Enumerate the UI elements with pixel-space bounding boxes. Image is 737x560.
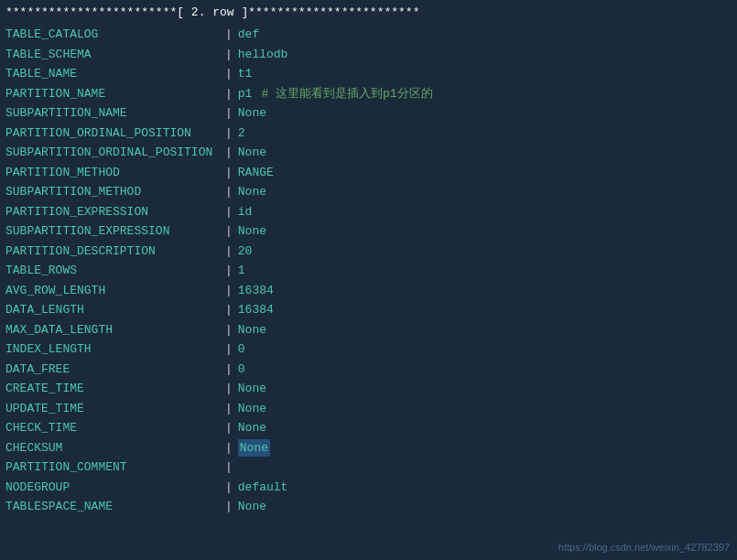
table-row: PARTITION_EXPRESSION|id: [5, 202, 732, 222]
field-name: TABLE_ROWS: [5, 262, 225, 280]
field-value: None: [238, 144, 266, 162]
separator: |: [225, 262, 233, 280]
field-name: SUBPARTITION_EXPRESSION: [5, 222, 225, 241]
field-name: DATA_FREE: [5, 361, 225, 379]
field-name: CHECKSUM: [5, 439, 225, 458]
field-name: DATA_LENGTH: [5, 301, 225, 319]
watermark: https://blog.csdn.net/weixin_42782397: [558, 542, 730, 553]
separator: |: [225, 222, 233, 241]
field-value: id: [238, 203, 253, 221]
separator: |: [225, 46, 233, 64]
field-name: PARTITION_ORDINAL_POSITION: [5, 124, 225, 143]
field-name: SUBPARTITION_ORDINAL_POSITION: [5, 144, 225, 162]
table-row: INDEX_LENGTH|0: [5, 339, 732, 360]
row-header: ************************[ 2. row ]******…: [5, 4, 732, 21]
table-row: TABLE_ROWS|1: [5, 261, 732, 281]
field-value: None: [238, 222, 266, 241]
separator: |: [225, 104, 233, 123]
field-name: UPDATE_TIME: [5, 400, 225, 418]
field-name: TABLE_SCHEMA: [5, 46, 225, 64]
field-name: MAX_DATA_LENGTH: [5, 321, 225, 339]
field-value: 0: [238, 340, 245, 359]
table-row: NODEGROUP|default: [5, 478, 732, 498]
field-value: 2: [238, 124, 245, 143]
separator: |: [225, 85, 233, 103]
field-value: None: [238, 419, 266, 437]
table-row: TABLE_NAME|t1: [5, 64, 732, 84]
field-name: PARTITION_DESCRIPTION: [5, 242, 225, 261]
field-name: PARTITION_EXPRESSION: [5, 203, 225, 221]
table-row: PARTITION_DESCRIPTION|20: [5, 242, 732, 262]
field-value: None: [238, 321, 266, 339]
separator: |: [225, 439, 233, 458]
field-value: 1: [238, 262, 245, 280]
separator: |: [225, 479, 233, 497]
separator: |: [225, 380, 233, 398]
table-row: TABLE_SCHEMA|hellodb: [5, 45, 732, 65]
field-value: None: [238, 104, 266, 123]
field-value: 0: [238, 361, 245, 379]
separator: |: [225, 242, 233, 261]
field-value: 20: [238, 242, 253, 261]
field-value: hellodb: [238, 46, 288, 64]
table-row: TABLE_CATALOG|def: [5, 25, 732, 45]
table-row: CHECK_TIME|None: [5, 418, 732, 438]
field-value: None: [238, 439, 270, 458]
table-row: SUBPARTITION_EXPRESSION|None: [5, 221, 732, 242]
field-name: TABLE_NAME: [5, 65, 225, 83]
table-row: PARTITION_ORDINAL_POSITION|2: [5, 124, 732, 144]
separator: |: [225, 164, 233, 182]
separator: |: [225, 26, 233, 44]
table-row: SUBPARTITION_METHOD|None: [5, 182, 732, 202]
table-row: AVG_ROW_LENGTH|16384: [5, 281, 732, 301]
separator: |: [225, 419, 233, 437]
field-value: t1: [238, 65, 253, 83]
field-name: PARTITION_METHOD: [5, 164, 225, 182]
table-row: TABLESPACE_NAME|None: [5, 497, 732, 517]
field-name: SUBPARTITION_METHOD: [5, 183, 225, 201]
field-name: NODEGROUP: [5, 479, 225, 497]
separator: |: [225, 203, 233, 221]
separator: |: [225, 301, 233, 319]
field-value: 16384: [238, 301, 274, 319]
field-name: AVG_ROW_LENGTH: [5, 282, 225, 300]
table-row: CHECKSUM|None: [5, 438, 732, 458]
table-row: DATA_LENGTH|16384: [5, 300, 732, 320]
separator: |: [225, 183, 233, 201]
table-row: PARTITION_METHOD|RANGE: [5, 163, 732, 183]
table-row: SUBPARTITION_ORDINAL_POSITION|None: [5, 143, 732, 163]
field-name: INDEX_LENGTH: [5, 340, 225, 359]
field-comment: # 这里能看到是插入到p1分区的: [261, 85, 432, 103]
separator: |: [225, 65, 233, 83]
separator: |: [225, 340, 233, 359]
field-value: def: [238, 26, 259, 44]
table-row: SUBPARTITION_NAME|None: [5, 103, 732, 124]
field-name: CHECK_TIME: [5, 419, 225, 437]
table-row: PARTITION_NAME|p1# 这里能看到是插入到p1分区的: [5, 84, 732, 104]
table-row: MAX_DATA_LENGTH|None: [5, 320, 732, 340]
separator: |: [225, 361, 233, 379]
field-name: SUBPARTITION_NAME: [5, 104, 225, 123]
field-name: PARTITION_NAME: [5, 85, 225, 103]
table-row: DATA_FREE|0: [5, 360, 732, 380]
separator: |: [225, 400, 233, 418]
table-row: UPDATE_TIME|None: [5, 399, 732, 419]
separator: |: [225, 498, 233, 516]
separator: |: [225, 124, 233, 143]
field-value: 16384: [238, 282, 274, 300]
field-value: p1: [238, 85, 253, 103]
field-value: None: [238, 380, 266, 398]
separator: |: [225, 282, 233, 300]
field-value: None: [238, 400, 266, 418]
field-value: RANGE: [238, 164, 274, 182]
separator: |: [225, 144, 233, 162]
field-value: None: [238, 183, 266, 201]
separator: |: [225, 458, 233, 477]
field-name: TABLE_CATALOG: [5, 26, 225, 44]
field-name: CREATE_TIME: [5, 380, 225, 398]
field-name: PARTITION_COMMENT: [5, 458, 225, 477]
field-value: None: [238, 498, 266, 516]
separator: |: [225, 321, 233, 339]
table-row: CREATE_TIME|None: [5, 379, 732, 399]
table-row: PARTITION_COMMENT|: [5, 458, 732, 478]
